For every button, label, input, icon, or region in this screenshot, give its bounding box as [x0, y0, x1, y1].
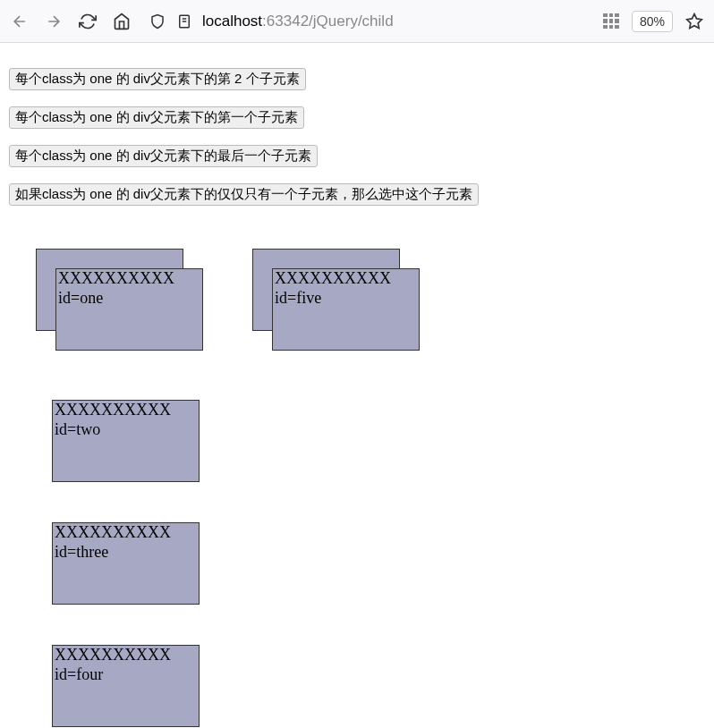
box-five-xlabel: XXXXXXXXXX: [273, 269, 419, 289]
forward-icon[interactable]: [45, 13, 63, 30]
right-controls: 80%: [603, 11, 703, 32]
boxes-area: XXXXXXXXXX id=one XXXXXXXXXX id=five XXX…: [9, 222, 705, 727]
box-four-wrap: XXXXXXXXXX id=four: [52, 645, 705, 727]
box-two-xlabel: XXXXXXXXXX: [53, 401, 199, 420]
btn-first-child[interactable]: 每个class为 one 的 div父元素下的第一个子元素: [9, 106, 304, 129]
zoom-badge[interactable]: 80%: [632, 11, 673, 32]
btn-nth-child-2[interactable]: 每个class为 one 的 div父元素下的第 2 个子元素: [9, 68, 306, 90]
qr-icon[interactable]: [603, 13, 619, 30]
box-five-id: id=five: [273, 289, 419, 309]
back-icon[interactable]: [11, 13, 29, 30]
box-four: XXXXXXXXXX id=four: [52, 645, 200, 727]
url-host: localhost: [202, 13, 262, 30]
box-three-xlabel: XXXXXXXXXX: [53, 523, 199, 543]
box-three-wrap: XXXXXXXXXX id=three: [52, 522, 705, 605]
shield-icon[interactable]: [149, 13, 166, 30]
reload-icon[interactable]: [79, 13, 97, 30]
nav-buttons: [11, 13, 131, 30]
box-two-wrap: XXXXXXXXXX id=two: [52, 400, 705, 482]
box-five: XXXXXXXXXX id=five: [272, 268, 420, 351]
box-four-xlabel: XXXXXXXXXX: [53, 646, 199, 665]
box-four-id: id=four: [53, 665, 199, 685]
box-three-id: id=three: [53, 543, 199, 563]
box-three: XXXXXXXXXX id=three: [52, 522, 200, 605]
box-one-id: id=one: [56, 289, 202, 309]
box-two: XXXXXXXXXX id=two: [52, 400, 200, 482]
box-one-stack: XXXXXXXXXX id=one: [36, 249, 203, 351]
box-one: XXXXXXXXXX id=one: [55, 268, 203, 351]
box-two-id: id=two: [53, 420, 199, 440]
url-path: :63342/jQuery/child: [262, 13, 393, 30]
box-five-stack: XXXXXXXXXX id=five: [252, 249, 420, 351]
box-one-xlabel: XXXXXXXXXX: [56, 269, 202, 289]
star-icon[interactable]: [685, 13, 703, 30]
stacked-pair-row: XXXXXXXXXX id=one XXXXXXXXXX id=five: [36, 249, 705, 351]
url-text: localhost:63342/jQuery/child: [202, 13, 394, 30]
btn-last-child[interactable]: 每个class为 one 的 div父元素下的最后一个子元素: [9, 145, 318, 167]
btn-only-child[interactable]: 如果class为 one 的 div父元素下的仅仅只有一个子元素，那么选中这个子…: [9, 183, 479, 206]
svg-marker-3: [687, 13, 702, 28]
page-content: 每个class为 one 的 div父元素下的第 2 个子元素 每个class为…: [0, 43, 714, 728]
browser-toolbar: localhost:63342/jQuery/child 80%: [0, 0, 714, 43]
url-bar[interactable]: localhost:63342/jQuery/child: [141, 13, 592, 30]
page-icon: [175, 13, 193, 30]
home-icon[interactable]: [113, 13, 131, 30]
